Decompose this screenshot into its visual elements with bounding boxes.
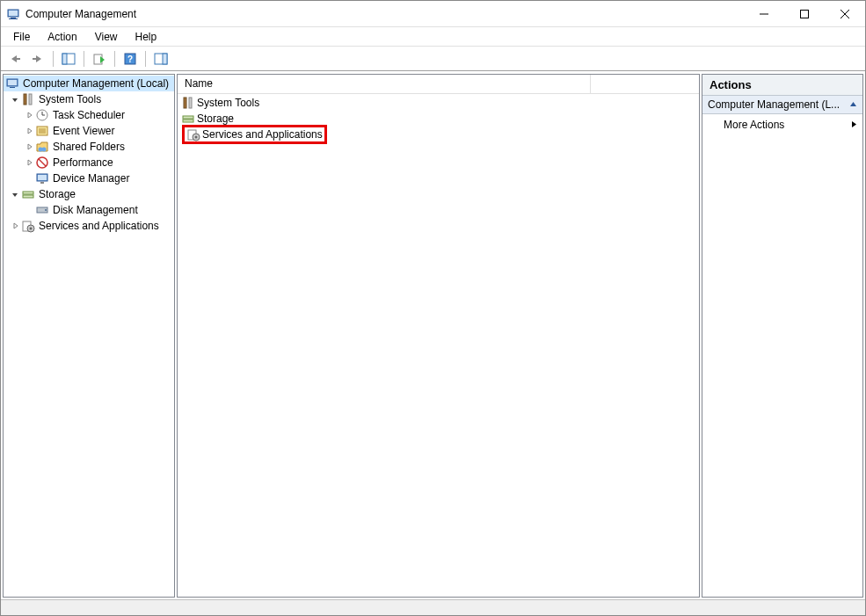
svg-rect-19 [10,87,15,88]
expand-icon[interactable] [23,156,35,169]
expand-icon[interactable] [23,125,35,137]
maximize-button[interactable] [784,1,825,26]
svg-text:?: ? [127,54,133,64]
shared-folders-icon [35,140,49,154]
app-icon [6,7,20,21]
svg-point-49 [195,136,198,139]
svg-rect-34 [38,175,47,180]
tree-task-scheduler[interactable]: Task Scheduler [4,107,175,123]
svg-rect-37 [23,195,33,198]
svg-rect-21 [29,94,32,105]
svg-point-30 [42,148,47,152]
svg-rect-2 [9,18,18,19]
system-tools-icon [181,96,195,110]
tree-storage-label: Storage [39,188,76,200]
menu-file[interactable]: File [4,29,39,45]
device-manager-icon [35,171,49,185]
expand-icon[interactable] [23,141,35,153]
tree-storage[interactable]: Storage [4,186,175,202]
computer-management-icon [5,76,19,91]
tree-root-label: Computer Management (Local) [23,77,169,90]
system-tools-icon [21,92,35,106]
tree-performance-label: Performance [53,156,113,169]
list-item-system-tools[interactable]: System Tools [178,95,699,111]
actions-item-label: More Actions [724,119,784,131]
menu-help[interactable]: Help [127,29,166,45]
svg-rect-11 [62,54,67,64]
statusbar [1,599,865,615]
help-button[interactable]: ? [120,49,141,69]
tree-device-manager[interactable]: Device Manager [4,170,175,186]
tree-device-manager-label: Device Manager [53,172,129,185]
performance-icon [35,156,49,170]
tree-root[interactable]: Computer Management (Local) [4,76,175,91]
window-controls [744,1,865,26]
actions-header: Actions [702,75,862,96]
clock-icon [35,108,49,122]
toolbar: ? [1,47,865,71]
svg-rect-45 [183,116,193,119]
tree-disk-management[interactable]: Disk Management [4,202,175,218]
tree-shared-folders-label: Shared Folders [53,141,125,153]
svg-rect-43 [184,98,186,108]
svg-rect-35 [40,182,44,184]
svg-rect-5 [801,10,809,18]
tree-disk-management-label: Disk Management [53,204,138,216]
menu-action[interactable]: Action [39,29,85,45]
submenu-arrow-icon [851,119,857,131]
tree-event-viewer[interactable]: Event Viewer [4,123,175,139]
actions-pane: Actions Computer Management (L... More A… [702,74,863,598]
collapse-icon[interactable] [9,188,21,200]
close-button[interactable] [825,1,865,26]
svg-rect-16 [163,54,167,64]
storage-icon [181,112,195,126]
actions-group-header[interactable]: Computer Management (L... [702,96,862,114]
tree-performance[interactable]: Performance [4,155,175,170]
disk-management-icon [35,203,49,217]
show-hide-tree-button[interactable] [58,49,79,69]
toolbar-separator [53,51,54,67]
event-viewer-icon [35,124,49,138]
tree-services-apps-label: Services and Applications [39,220,159,232]
actions-more-actions[interactable]: More Actions [702,114,862,135]
svg-rect-18 [8,80,17,85]
back-button[interactable] [4,49,25,69]
window-title: Computer Management [25,8,136,20]
main-area: Computer Management (Local) System Tools [1,71,865,599]
tree-services-apps[interactable]: Services and Applications [4,218,175,234]
svg-rect-8 [15,58,20,60]
content-pane: Name System Tools Storage S [177,74,700,598]
collapse-triangle-icon [849,98,857,111]
tree-shared-folders[interactable]: Shared Folders [4,139,175,155]
list-item-label: Services and Applications [202,128,323,141]
export-list-button[interactable] [89,49,110,69]
column-header-name[interactable]: Name [178,75,591,93]
list-item-label: System Tools [197,97,259,109]
tree-pane[interactable]: Computer Management (Local) System Tools [3,74,175,598]
titlebar: Computer Management [1,1,865,27]
svg-rect-46 [183,120,193,122]
expand-icon[interactable] [23,109,35,121]
menubar: File Action View Help [1,27,865,47]
show-hide-action-pane-button[interactable] [150,49,171,69]
forward-button[interactable] [27,49,48,69]
toolbar-separator [145,51,146,67]
collapse-icon[interactable] [9,93,21,105]
svg-rect-44 [189,98,192,108]
tree-system-tools-label: System Tools [39,93,101,105]
minimize-button[interactable] [744,1,784,26]
tree-task-scheduler-label: Task Scheduler [53,109,125,121]
list-item-services-apps[interactable]: Services and Applications [178,127,699,142]
list-header: Name [178,75,699,94]
tree-system-tools[interactable]: System Tools [4,91,175,107]
storage-icon [21,187,35,201]
list-body[interactable]: System Tools Storage Services and Applic… [178,94,699,597]
actions-group-label: Computer Management (L... [708,98,840,111]
services-apps-icon [186,127,200,141]
menu-view[interactable]: View [86,29,127,45]
svg-rect-36 [23,192,33,194]
list-item-label: Storage [197,112,234,125]
svg-rect-1 [11,18,16,18]
expand-icon[interactable] [9,220,21,232]
highlight-box: Services and Applications [182,125,327,144]
